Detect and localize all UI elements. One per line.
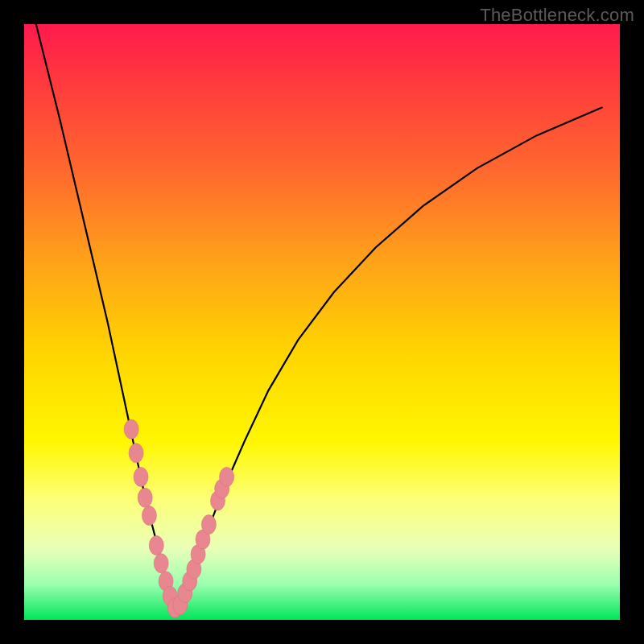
marker-point xyxy=(129,444,143,463)
chart-svg xyxy=(24,24,620,620)
watermark-text: TheBottleneck.com xyxy=(480,5,634,26)
marker-point xyxy=(201,515,216,535)
curve-right-arm xyxy=(175,108,602,611)
marker-point xyxy=(138,488,152,507)
marker-group xyxy=(124,419,233,617)
marker-point xyxy=(154,554,168,573)
marker-point xyxy=(134,467,148,486)
marker-point xyxy=(220,467,234,486)
marker-point xyxy=(142,506,156,526)
marker-point xyxy=(124,419,138,439)
marker-point xyxy=(149,536,163,555)
plot-area xyxy=(24,24,620,620)
